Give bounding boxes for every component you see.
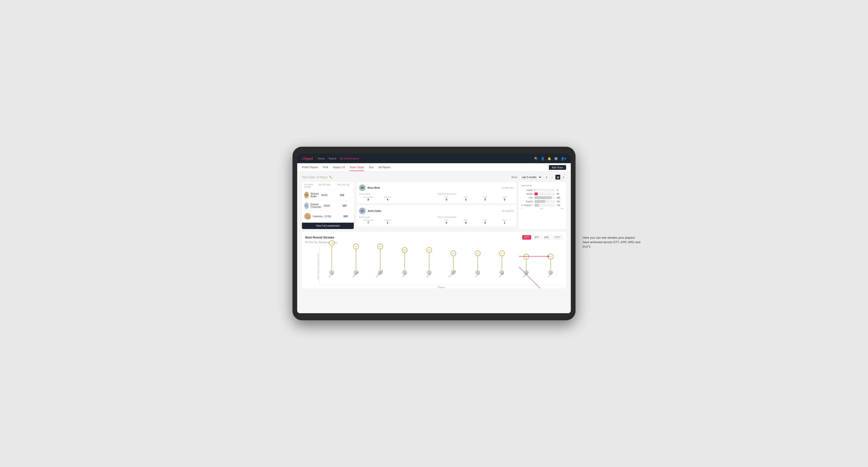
- filter-putt-btn[interactable]: PUTT: [552, 235, 563, 240]
- lb-score-1: 19/20: [321, 194, 340, 196]
- tab-tour[interactable]: Tour: [369, 164, 374, 171]
- tournament-val: 8: [359, 198, 377, 201]
- rank-badge-3: 3: [309, 217, 311, 220]
- team-controls: Show Last 3 months ⊞ ≡ ▦ ⊟: [512, 175, 566, 180]
- list-view-btn[interactable]: ≡: [550, 175, 555, 180]
- total-rounds-label: Total Rounds: [359, 193, 435, 195]
- nav-teams[interactable]: Teams: [329, 156, 336, 161]
- tab-pgat-players[interactable]: PGAT Players: [302, 164, 318, 171]
- app-logo: clippd: [302, 157, 313, 160]
- add-team-button[interactable]: Add Team: [549, 165, 566, 170]
- lb-avg-col: PB AVG SQ: [337, 184, 351, 188]
- grid-view-btn[interactable]: ⊞: [544, 175, 549, 180]
- team-title: Team Clippd 14 Players ✏️: [302, 176, 332, 179]
- player-cards: RB Rees Britt 02 Sep 2023 Total Rounds: [356, 182, 516, 229]
- streak-column: 4x D. Ford: [474, 250, 481, 278]
- streak-filter-buttons: OTT APP ARG PUTT: [522, 235, 563, 240]
- bar-chart-panel: Total Shots Eagles 3 Birdies 96 Pars 499…: [519, 182, 566, 229]
- tab-all-players[interactable]: All Players: [379, 164, 391, 171]
- bar-row: Eagles 3: [521, 189, 564, 191]
- player-card-josh-coles: JC Josh Coles 26 Aug 2023 Total Rounds: [356, 205, 516, 226]
- practice-val: 4: [378, 198, 397, 201]
- lb-row-1[interactable]: RB 1 Richard Butler 19/20 110: [302, 190, 354, 200]
- lb-avg-3: 103: [343, 215, 354, 218]
- nav-bar: clippd Home Teams My Performance 🔍 👤 🔔 ⚙…: [297, 154, 571, 163]
- streaks-header: Best Round Streaks OTT APP ARG PUTT: [305, 235, 563, 240]
- rank-badge-1: 1: [306, 196, 309, 198]
- filter-app-btn[interactable]: APP: [532, 235, 541, 240]
- streaks-title: Best Round Streaks: [305, 236, 335, 239]
- card-view-btn[interactable]: ▦: [555, 175, 560, 180]
- rank-badge-2: 2: [306, 207, 309, 209]
- team-header: Team Clippd 14 Players ✏️ Show Last 3 mo…: [302, 175, 566, 180]
- tab-team-clippd[interactable]: Team Clippd: [349, 164, 364, 171]
- players-x-label: Players: [319, 286, 563, 288]
- player-name-1: Richard Butler: [311, 192, 321, 198]
- lb-player-col: PLAYER NAME: [304, 184, 318, 188]
- lb-score-3: 17/20: [324, 215, 343, 218]
- filter-ott-btn[interactable]: OTT: [522, 235, 531, 240]
- practice-activities-label: Total Practice Activities: [437, 193, 514, 195]
- content-grid: PLAYER NAME PB SCORE PB AVG SQ RB 1: [302, 182, 566, 229]
- bar-row: Bogeys 311: [521, 200, 564, 203]
- tabs-bar: PGAT Players PGA Hcaps 1-5 Team Clippd T…: [297, 163, 571, 172]
- player-avatar-2: EC 2: [304, 203, 309, 209]
- card-avatar-josh: JC: [359, 208, 366, 214]
- streak-y-label: Best Streak, Fairway Accuracy: [317, 253, 319, 279]
- streak-column: 6x B. McHarg: [352, 244, 361, 278]
- lb-score-2: 18/20: [323, 204, 342, 207]
- lb-row-2[interactable]: EC 2 Edward Crossman 18/20 107: [302, 200, 354, 211]
- player-card-rees-britt: RB Rees Britt 02 Sep 2023 Total Rounds: [356, 182, 516, 203]
- profile-icon[interactable]: 👤▾: [561, 157, 566, 160]
- streak-column: 4x E. Crossman: [448, 250, 459, 278]
- chart-title: Total Shots: [521, 184, 564, 187]
- streak-column: 4x M. Miller: [498, 250, 505, 278]
- view-buttons: ⊞ ≡ ▦ ⊟: [544, 175, 566, 180]
- streak-chart: Best Streak, Fairway Accuracy 7x E. Eber…: [305, 247, 563, 285]
- edit-icon[interactable]: ✏️: [329, 176, 332, 179]
- user-icon[interactable]: 👤: [541, 157, 545, 160]
- lb-score-col: PB SCORE: [318, 184, 337, 188]
- tournament-label: Tournament: [359, 196, 377, 198]
- josh-rounds-label: Total Rounds: [359, 216, 435, 218]
- tab-pga[interactable]: PGA: [323, 164, 328, 171]
- settings-icon[interactable]: ⚙️: [554, 157, 558, 160]
- player-avatar-1: RB 1: [304, 192, 309, 198]
- search-icon[interactable]: 🔍: [534, 157, 538, 160]
- streak-column: 5x J. Coles: [401, 247, 408, 278]
- card-name-rees: Rees Britt: [368, 186, 380, 189]
- main-content: Team Clippd 14 Players ✏️ Show Last 3 mo…: [297, 172, 571, 313]
- streak-column: 5x R. Britt: [426, 247, 432, 278]
- tab-hcaps[interactable]: Hcaps 1-5: [333, 164, 345, 171]
- view-full-leaderboard-button[interactable]: View Full Leaderboard: [302, 223, 354, 229]
- show-label: Show: [512, 176, 517, 179]
- nav-icons: 🔍 👤 🔔 ⚙️ 👤▾: [534, 157, 566, 160]
- bar-row: D. Bogeys + 131: [521, 204, 564, 207]
- practice-label: Practice: [378, 196, 397, 198]
- nav-my-performance[interactable]: My Performance: [340, 156, 359, 161]
- nav-home[interactable]: Home: [318, 156, 324, 161]
- streaks-section: Best Round Streaks OTT APP ARG PUTT Off …: [302, 232, 566, 288]
- filter-arg-btn[interactable]: ARG: [542, 235, 552, 240]
- bar-row: Pars 499: [521, 196, 564, 199]
- card-avatar-rees: RB: [359, 184, 366, 191]
- bar-chart: Eagles 3 Birdies 96 Pars 499 Bogeys 311 …: [521, 189, 564, 207]
- filter-btn[interactable]: ⊟: [561, 175, 566, 180]
- player-avatar-3: C 3: [304, 213, 311, 220]
- card-date-rees: 02 Sep 2023: [502, 187, 514, 189]
- nav-links: Home Teams My Performance: [318, 156, 530, 161]
- lb-avg-2: 107: [342, 204, 354, 207]
- player-count: 14 Players: [316, 176, 328, 179]
- card-date-josh: 26 Aug 2023: [502, 210, 514, 212]
- bar-row: Birdies 96: [521, 192, 564, 195]
- bell-icon[interactable]: 🔔: [548, 157, 551, 160]
- time-filter-select[interactable]: Last 3 months: [519, 175, 542, 180]
- josh-activities-label: Total Practice Activities: [437, 216, 514, 218]
- annotation: Here you can see streaks your players ha…: [583, 236, 642, 249]
- lb-row-3[interactable]: C 3 Cameron... 17/20 103: [302, 211, 354, 222]
- lb-header: PLAYER NAME PB SCORE PB AVG SQ: [302, 182, 354, 190]
- lb-avg-1: 110: [340, 194, 354, 196]
- leaderboard-panel: PLAYER NAME PB SCORE PB AVG SQ RB 1: [302, 182, 354, 229]
- team-name: Team Clippd: [302, 176, 315, 179]
- streak-column: 6x D. Billingham: [375, 244, 385, 278]
